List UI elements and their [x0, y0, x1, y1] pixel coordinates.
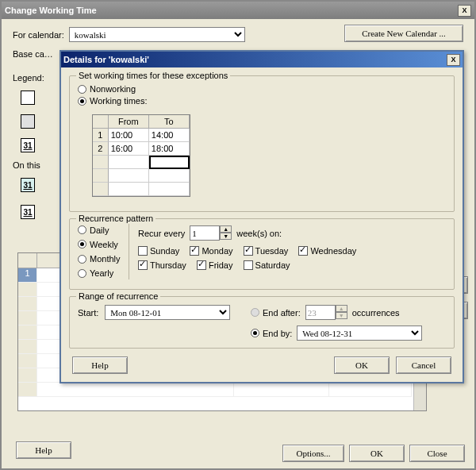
recur-every-spinner[interactable]: ▲▼ [190, 225, 232, 241]
outer-footer-buttons: Options... OK Close [282, 445, 465, 462]
yearly-radio[interactable]: Yearly [78, 268, 121, 278]
spinner-down-icon: ▼ [336, 312, 347, 319]
inner-close-button[interactable]: X [447, 54, 460, 66]
legend-working-box [21, 91, 35, 105]
outer-close-button2[interactable]: Close [409, 445, 465, 462]
end-by-radio[interactable]: End by: [251, 329, 292, 338]
legend-edited-box: 31 [21, 138, 35, 152]
options-button[interactable]: Options... [282, 445, 344, 462]
working-times-group: Set working times for these exceptions N… [69, 75, 455, 212]
create-new-calendar-button[interactable]: Create New Calendar ... [344, 25, 463, 42]
spinner-up-icon[interactable]: ▲ [220, 225, 232, 233]
row-number-cell: 1 [18, 268, 37, 283]
daily-radio[interactable]: Daily [78, 225, 121, 235]
spinner-down-icon[interactable]: ▼ [220, 233, 232, 240]
recurrence-pattern-label: Recurrence pattern [76, 214, 155, 223]
legend-exception-box: 31 [21, 178, 35, 192]
weekly-radio[interactable]: Weekly [78, 240, 121, 249]
working-times-group-label: Set working times for these exceptions [76, 71, 230, 80]
occurrences-label: occurrences [352, 308, 400, 318]
to-header: To [149, 115, 190, 129]
sunday-checkbox[interactable]: Sunday [138, 246, 179, 256]
saturday-checkbox[interactable]: Saturday [244, 260, 290, 270]
range-label: Range of recurrence [76, 291, 160, 301]
outer-close-button[interactable]: X [458, 5, 471, 17]
outer-title-text: Change Working Time [5, 6, 97, 15]
legend-nonworking-box [21, 114, 35, 129]
start-label: Start: [78, 308, 98, 318]
outer-titlebar: Change Working Time X [2, 2, 474, 19]
times-row[interactable] [93, 183, 190, 196]
times-row[interactable]: 1 10:00 14:00 [93, 129, 190, 142]
end-after-radio[interactable]: End after: [251, 308, 301, 318]
inner-ok-button[interactable]: OK [334, 356, 390, 374]
details-dialog: Details for 'kowalski' X Set working tim… [60, 50, 464, 383]
start-date-select[interactable]: Mon 08-12-01 [105, 305, 230, 320]
legend-label: Legend: [13, 73, 44, 83]
thursday-checkbox[interactable]: Thursday [138, 260, 186, 270]
tuesday-checkbox[interactable]: Tuesday [244, 246, 289, 256]
to-cell[interactable]: 18:00 [149, 142, 190, 156]
outer-ok-button[interactable]: OK [349, 445, 405, 462]
inner-help-button[interactable]: Help [72, 356, 128, 374]
to-cell[interactable]: 14:00 [149, 129, 190, 142]
calendar-select[interactable]: kowalski [69, 27, 245, 42]
recur-every-input[interactable] [190, 225, 220, 241]
inner-cancel-button[interactable]: Cancel [396, 356, 451, 374]
onthis-label: On this [13, 160, 40, 170]
nonworking-radio[interactable]: Nonworking [78, 84, 148, 94]
base-calendar-label: Base ca… [13, 49, 53, 59]
active-cell[interactable] [149, 156, 190, 169]
inner-title-text: Details for 'kowalski' [63, 55, 149, 64]
from-cell[interactable]: 16:00 [109, 142, 149, 156]
recurrence-pattern-group: Recurrence pattern Daily Weekly Monthly … [69, 218, 455, 290]
from-cell[interactable]: 10:00 [109, 129, 149, 142]
inner-titlebar: Details for 'kowalski' X [61, 52, 463, 67]
range-of-recurrence-group: Range of recurrence Start: Mon 08-12-01 … [69, 296, 455, 349]
calendar-row: For calendar: kowalski [13, 27, 245, 42]
calendar-label: For calendar: [13, 30, 64, 40]
wednesday-checkbox[interactable]: Wednesday [298, 246, 356, 256]
weeks-on-label: week(s) on: [236, 229, 282, 238]
times-row[interactable] [93, 169, 190, 183]
help-button[interactable]: Help [16, 441, 71, 459]
end-after-spinner: ▲▼ [305, 305, 347, 320]
monday-checkbox[interactable]: Monday [190, 246, 232, 256]
times-grid[interactable]: From To 1 10:00 14:00 2 16:00 18:00 [92, 114, 190, 197]
from-header: From [109, 115, 149, 129]
legend-nondefault-box: 31 [21, 205, 35, 219]
recur-every-label: Recur every [138, 229, 185, 238]
end-by-date-select[interactable]: Wed 08-12-31 [297, 326, 422, 341]
working-times-radio[interactable]: Working times: [78, 96, 148, 106]
end-after-input [305, 305, 336, 320]
spinner-up-icon: ▲ [336, 305, 347, 312]
times-row[interactable] [93, 156, 190, 169]
times-row[interactable]: 2 16:00 18:00 [93, 142, 190, 156]
friday-checkbox[interactable]: Friday [197, 260, 233, 270]
monthly-radio[interactable]: Monthly [78, 254, 121, 264]
exceptions-table-row[interactable] [18, 383, 426, 397]
